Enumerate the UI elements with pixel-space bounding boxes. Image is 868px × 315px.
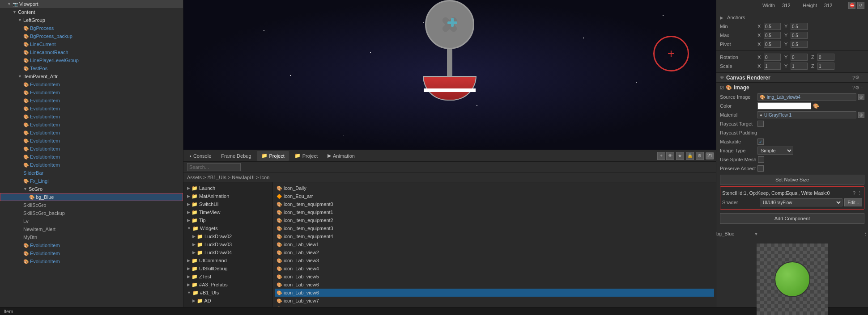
image-more-icon[interactable]: ⋮ [859, 85, 864, 91]
hierarchy-item-lineplayerlevel[interactable]: 🎨 LinePlayerLevelGroup [0, 56, 183, 64]
hierarchy-item-mybtn[interactable]: MyBtn [0, 233, 183, 241]
hierarchy-item-evo10[interactable]: 🎨 EvolutionItem [0, 153, 183, 161]
hierarchy-item-viewport[interactable]: ▼ 📷 Viewport [0, 0, 183, 8]
hierarchy-item-skillscgro[interactable]: SkillScGro [0, 201, 183, 209]
add-button[interactable]: + [657, 152, 665, 160]
hierarchy-item-linecurrent[interactable]: 🎨 LineCurrent [0, 40, 183, 48]
min-x-input[interactable] [764, 23, 781, 30]
rot-y-input[interactable] [791, 54, 808, 61]
hierarchy-item-evo3[interactable]: 🎨 EvolutionItem [0, 97, 183, 105]
bg-blue-more-icon[interactable]: ⋮ [863, 231, 868, 237]
file-icon-lab-view7[interactable]: 🎨icon_Lab_view7 [275, 297, 714, 305]
stencil-help-icon[interactable]: ? [853, 190, 855, 196]
scale-z-input[interactable] [817, 63, 834, 70]
tree-item-widgets[interactable]: ▼ 📁 Widgets [183, 224, 272, 232]
rot-z-input[interactable] [817, 54, 834, 61]
hierarchy-item-evo11[interactable]: 🎨 EvolutionItem [0, 161, 183, 169]
hierarchy-item-testpos[interactable]: 🎨 TestPos [0, 64, 183, 72]
file-icon-equipment2[interactable]: 🎨icon_item_equipment2 [275, 216, 714, 224]
hierarchy-item-bg-blue[interactable]: 🎨 bg_Blue [0, 193, 183, 201]
source-image-picker[interactable]: ◎ [858, 94, 864, 100]
reset-wh-btn[interactable]: ↺ [857, 2, 864, 9]
lock-icon-btn[interactable]: 🔒 [686, 152, 694, 160]
file-icon-lab-view1[interactable]: 🎨icon_Lab_view1 [275, 240, 714, 248]
material-field[interactable]: ● UIGrayFlow 1 [757, 111, 856, 118]
hierarchy-item-evo12[interactable]: 🎨 EvolutionItem [0, 241, 183, 249]
maskable-checkbox[interactable]: ✓ [757, 139, 764, 145]
tab-project-2[interactable]: 📁 Project [290, 151, 322, 161]
tree-item-luckdraw03[interactable]: ▶ 📁 LuckDraw03 [183, 240, 272, 248]
tree-item-b1uis[interactable]: ▼ 📁 #B1_UIs [183, 289, 272, 297]
tree-item-uicommand[interactable]: ▶ 📁 UICommand [183, 256, 272, 265]
pivot-y-input[interactable] [791, 41, 808, 48]
add-component-button[interactable]: Add Component [720, 213, 864, 224]
max-y-input[interactable] [791, 32, 808, 39]
scale-x-input[interactable] [764, 63, 781, 70]
tree-item-matanim[interactable]: ▶ 📁 MatAnimation [183, 192, 272, 200]
hierarchy-item-newitem-alert[interactable]: NewItem_Alert [0, 225, 183, 233]
file-icon-daily[interactable]: 🎨icon_Daily [275, 184, 714, 192]
min-y-input[interactable] [791, 23, 808, 30]
hierarchy-item-content[interactable]: ▼ Content [0, 8, 183, 16]
hierarchy-item-evo9[interactable]: 🎨 EvolutionItem [0, 145, 183, 153]
tab-frame-debug[interactable]: Frame Debug [217, 151, 255, 161]
scale-y-input[interactable] [791, 63, 808, 70]
use-sprite-mesh-checkbox[interactable] [758, 156, 764, 163]
file-icon-lab-view6-b[interactable]: 🎨icon_Lab_view6 [275, 289, 714, 297]
color-picker-icon[interactable]: 🎨 [813, 103, 819, 109]
file-icon-lab-view5[interactable]: 🎨icon_Lab_view5 [275, 273, 714, 281]
hierarchy-item-bgprocess[interactable]: 🎨 BgProcess [0, 24, 183, 32]
tree-item-luckdraw04[interactable]: ▶ 📁 LuckDraw04 [183, 248, 272, 256]
file-icon-equipment0[interactable]: 🎨icon_item_equipment0 [275, 200, 714, 208]
tab-project-1[interactable]: 📁 Project [257, 151, 289, 161]
hierarchy-item-evo1[interactable]: 🎨 EvolutionItem [0, 80, 183, 88]
image-component-header[interactable]: ☑ 🎨 Image ? ⚙ ⋮ [716, 83, 868, 92]
file-icon-equipment1[interactable]: 🎨icon_item_equipment1 [275, 208, 714, 216]
file-icon-equipment4[interactable]: 🎨icon_item_equipment4 [275, 232, 714, 240]
settings-icon-btn[interactable]: ⚙ [696, 152, 704, 160]
tree-item-ad[interactable]: ▶ 📁 AD [183, 297, 272, 305]
tree-item-luckdraw02[interactable]: ▶ 📁 LuckDraw02 [183, 232, 272, 240]
hierarchy-item-evo7[interactable]: 🎨 EvolutionItem [0, 129, 183, 137]
eye-icon-btn[interactable]: 👁 [666, 152, 674, 160]
tree-item-launch[interactable]: ▶ 📁 Launch [183, 184, 272, 192]
stencil-more-icon[interactable]: ⋮ [857, 190, 862, 196]
material-picker[interactable]: ◎ [858, 112, 864, 118]
source-image-field[interactable]: 🎨 img_Lab_viewb4 [757, 93, 856, 101]
hierarchy-item-fxlingi[interactable]: 🎨 Fx_Lingi [0, 177, 183, 185]
hierarchy-item-linecannotreach[interactable]: 🎨 LinecannotReach [0, 48, 183, 56]
tree-item-tip[interactable]: ▶ 📁 Tip [183, 216, 272, 224]
tab-animation[interactable]: ▶ Animation [323, 151, 359, 161]
hierarchy-item-leftgroup[interactable]: ▼ LeftGroup [0, 16, 183, 24]
shader-select[interactable]: UI/UIGrayFlow [760, 198, 842, 206]
file-icon-lab-view6-a[interactable]: 🎨icon_Lab_view6 [275, 281, 714, 289]
hierarchy-item-evo8[interactable]: 🎨 EvolutionItem [0, 137, 183, 145]
preserve-aspect-checkbox[interactable] [757, 165, 764, 172]
file-icon-equ-arr[interactable]: 🔶icon_Equ_arr [275, 192, 714, 200]
tree-item-uiskilldebug[interactable]: ▶ 📁 UISkillDebug [183, 265, 272, 273]
star-icon-btn[interactable]: ★ [676, 152, 684, 160]
hierarchy-item-evo4[interactable]: 🎨 EvolutionItem [0, 105, 183, 113]
hierarchy-item-evo6[interactable]: 🎨 EvolutionItem [0, 121, 183, 129]
tree-item-timeview[interactable]: ▶ 📁 TimeView [183, 208, 272, 216]
shader-edit-button[interactable]: Edit... [844, 198, 862, 206]
search-input[interactable] [187, 163, 241, 171]
rot-x-input[interactable] [764, 54, 781, 61]
hierarchy-item-lv[interactable]: Lv [0, 217, 183, 225]
color-swatch[interactable] [757, 102, 811, 109]
settings-icon[interactable]: ⚙ [855, 75, 859, 80]
tab-console[interactable]: ▪ Console [185, 151, 216, 161]
hierarchy-item-evo14[interactable]: 🎨 EvolutionItem [0, 257, 183, 265]
hierarchy-item-itemparent[interactable]: ▼ ItemParent_Attr [0, 72, 183, 80]
hierarchy-item-scgro[interactable]: ▼ ScGro [0, 185, 183, 193]
tree-item-ztest[interactable]: ▶ 📁 ZTest [183, 273, 272, 281]
raycast-target-checkbox[interactable] [757, 121, 764, 127]
set-native-size-button[interactable]: Set Native Size [720, 175, 864, 185]
hierarchy-item-sliderbar[interactable]: SliderBar [0, 169, 183, 177]
tree-item-switchui[interactable]: ▶ 📁 SwitchUI [183, 200, 272, 208]
file-icon-lab-view3[interactable]: 🎨icon_Lab_view3 [275, 256, 714, 265]
file-icon-equipment3[interactable]: 🎨icon_item_equipment3 [275, 224, 714, 232]
hierarchy-item-evo13[interactable]: 🎨 EvolutionItem [0, 249, 183, 257]
max-x-input[interactable] [764, 32, 781, 39]
more-icon[interactable]: ⋮ [859, 75, 864, 80]
